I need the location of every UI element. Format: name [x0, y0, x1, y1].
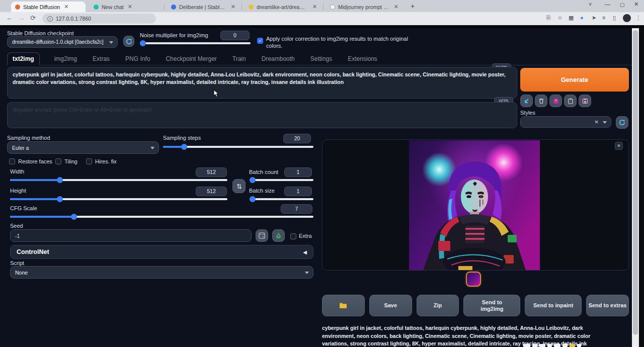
webui-tabbar: txt2img img2img Extras PNG Info Checkpoi… [7, 53, 635, 65]
extensions-pin-icon[interactable]: ➤ [592, 15, 596, 21]
tiling-checkbox[interactable] [55, 158, 61, 164]
scrollbar-thumb[interactable] [633, 30, 638, 335]
window-maximize-icon[interactable]: ▢ [620, 2, 624, 8]
swap-dimensions-button[interactable] [232, 179, 246, 193]
noise-multiplier-slider[interactable] [140, 42, 251, 44]
browser-tab-midjourney[interactable]: Midjourney prompt examples ✕ [326, 2, 403, 12]
send-to-img2img-button[interactable]: Send to img2img [463, 295, 520, 316]
tab-settings[interactable]: Settings [309, 53, 333, 65]
arrow-down-left-icon [524, 98, 530, 104]
save-style-button[interactable] [579, 95, 591, 107]
height-value[interactable]: 512 [196, 187, 227, 196]
batch-size-slider[interactable] [250, 198, 313, 200]
color-correction-checkbox[interactable]: ✓ [257, 38, 263, 44]
cfg-scale-slider[interactable] [10, 216, 313, 218]
send-to-inpaint-button[interactable]: Send to inpaint [525, 295, 582, 316]
batch-count-slider[interactable] [250, 179, 313, 181]
bookmark-star-icon[interactable]: ☆ [557, 15, 562, 21]
profile-avatar[interactable] [623, 14, 631, 22]
seed-input[interactable]: -1 [10, 229, 252, 242]
checkpoint-dropdown[interactable]: dreamlike-diffusion-1.0.ckpt [0aecbcfa2c… [7, 36, 118, 48]
tab-txt2img[interactable]: txt2img [7, 52, 40, 65]
clipboard-icon [568, 98, 574, 104]
browser-menu-icon[interactable]: ⋮ [635, 15, 641, 21]
controlnet-accordion[interactable]: ControlNet ◀ [10, 245, 313, 259]
recycle-icon [275, 233, 282, 239]
new-tab-button[interactable]: + [411, 2, 415, 10]
side-panel-icon[interactable]: ▯ [613, 15, 616, 21]
zip-button[interactable]: Zip [417, 295, 459, 316]
tab-extras[interactable]: Extras [92, 53, 111, 65]
gallery-thumbnail[interactable] [466, 272, 481, 287]
tab-train[interactable]: Train [231, 53, 247, 65]
tab-png-info[interactable]: PNG Info [124, 53, 151, 65]
chevron-down-icon [603, 121, 607, 124]
extra-seed-checkbox[interactable] [290, 233, 296, 239]
reload-icon[interactable]: ⟳ [30, 14, 36, 22]
styles-dropdown[interactable]: ✕ [520, 116, 611, 128]
site-info-icon[interactable]: i [47, 16, 53, 22]
sampling-method-dropdown[interactable]: Euler a [7, 141, 159, 154]
tab-dreambooth[interactable]: Dreambooth [261, 53, 296, 65]
generated-image[interactable] [409, 140, 540, 270]
refresh-checkpoints-button[interactable] [123, 36, 134, 47]
paste-params-button[interactable] [520, 95, 533, 107]
midjourney-favicon [330, 5, 335, 10]
accordion-collapsed-icon: ◀ [303, 249, 307, 255]
batch-count-value[interactable]: 1 [284, 167, 312, 177]
batch-size-value[interactable]: 1 [284, 187, 312, 196]
save-button[interactable]: Save [369, 295, 412, 316]
tab-close-icon[interactable]: ✕ [231, 4, 235, 10]
tab-checkpoint-merger[interactable]: Checkpoint Merger [165, 53, 217, 65]
apply-style-button[interactable] [564, 95, 577, 107]
back-icon[interactable]: ← [6, 14, 13, 22]
prompt-textarea[interactable]: cyberpunk girl in jacket, colorful tatto… [7, 67, 517, 99]
clear-styles-icon[interactable]: ✕ [595, 119, 599, 125]
checkpoint-label: Stable Diffusion checkpoint [7, 30, 74, 36]
refresh-styles-button[interactable] [616, 116, 628, 129]
tab-img2img[interactable]: img2img [53, 53, 78, 65]
browser-tab-new-chat[interactable]: New chat ✕ [90, 2, 162, 12]
tab-close-icon[interactable]: ✕ [128, 4, 132, 10]
reading-list-icon[interactable]: ≡ [602, 15, 605, 21]
tab-search-chevron-icon[interactable]: ˅ [589, 1, 592, 7]
hires-fix-checkbox[interactable] [86, 158, 92, 164]
address-bar[interactable]: i 127.0.0.1:7860 [42, 14, 156, 24]
page-scrollbar[interactable] [632, 28, 639, 347]
tab-close-icon[interactable]: ✕ [64, 4, 68, 10]
sampling-method-label: Sampling method [7, 135, 50, 141]
extension-blue-icon[interactable]: ● [580, 15, 584, 21]
negative-prompt-textarea[interactable] [7, 102, 517, 128]
window-minimize-icon[interactable]: — [605, 1, 610, 7]
sampling-steps-value[interactable]: 20 [283, 134, 311, 143]
extension-film-icon[interactable]: ▦ [569, 15, 574, 21]
tab-close-icon[interactable]: ✕ [312, 4, 317, 10]
browser-tab-dreamlike[interactable]: dreamlike-art/dreamlike-diffusi ✕ [245, 2, 321, 12]
browser-tab-deliberate[interactable]: Deliberate | Stable Diffusion Ch ✕ [167, 2, 239, 12]
height-slider[interactable] [10, 198, 227, 200]
tab-close-icon[interactable]: ✕ [394, 4, 398, 10]
tab-extensions[interactable]: Extensions [347, 53, 378, 65]
window-close-icon[interactable]: ✕ [634, 1, 638, 8]
extra-networks-button[interactable] [549, 95, 562, 107]
width-value[interactable]: 512 [196, 167, 227, 177]
restore-faces-checkbox[interactable] [9, 158, 15, 164]
send-to-extras-button[interactable]: Send to extras [586, 295, 629, 316]
random-seed-button[interactable] [256, 229, 268, 242]
cfg-scale-value[interactable]: 7 [281, 204, 312, 214]
open-folder-button[interactable] [322, 295, 365, 316]
width-slider[interactable] [10, 179, 227, 181]
sampling-steps-slider[interactable] [163, 146, 313, 148]
reuse-seed-button[interactable] [272, 229, 285, 242]
color-correction-label: Apply color correction to img2img result… [266, 35, 412, 49]
close-image-icon[interactable]: ✕ [615, 142, 623, 150]
clear-prompt-button[interactable] [535, 95, 547, 107]
noise-multiplier-value[interactable]: 0 [220, 31, 250, 40]
forward-icon[interactable]: → [18, 14, 25, 22]
script-dropdown[interactable]: None [10, 266, 313, 279]
chevron-down-icon [150, 147, 154, 149]
browser-tab-stable-diffusion[interactable]: Stable Diffusion ✕ [11, 2, 86, 12]
generate-button[interactable]: Generate [520, 68, 629, 92]
share-icon[interactable]: ⎘ [546, 15, 551, 21]
output-gallery-panel: ✕ [322, 139, 629, 271]
